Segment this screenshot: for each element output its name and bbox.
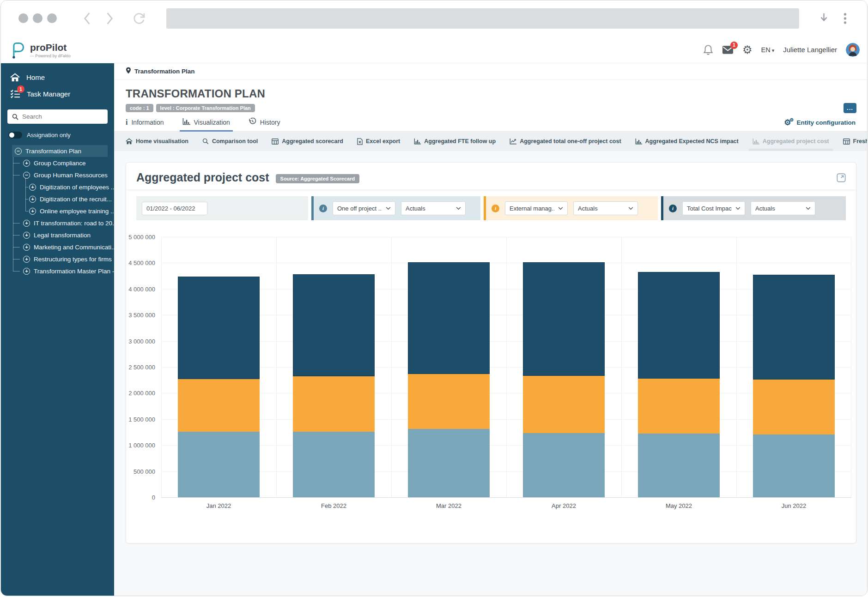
level-badge: level : Corporate Transformation Plan [156,104,255,112]
url-input[interactable] [166,8,799,29]
assignation-toggle-row[interactable]: Assignation only [8,132,107,139]
y-tick-label: 5 000 000 [128,234,155,241]
info-icon[interactable] [319,205,327,212]
tree-item-restructuring-types[interactable]: Restructuring types for firms [1,253,114,265]
subtab-aggregated-project-cost[interactable]: Aggregated project cost [753,132,829,151]
notifications-bell-icon[interactable] [703,44,713,55]
bar-segment [753,275,835,380]
subtab-comparison-tool[interactable]: Comparison tool [202,132,258,151]
y-tick-label: 2 500 000 [128,364,155,371]
bar-segment [178,432,260,497]
language-selector[interactable]: EN [761,46,775,54]
subtab-aggregated-expected-ncs-impact[interactable]: Aggregated Expected NCS impact [635,132,739,151]
subtab-aggregated-scorecard[interactable]: Aggregated scorecard [272,132,343,151]
date-range-input[interactable] [142,202,207,215]
avatar[interactable] [846,43,860,57]
bar-segment [523,376,605,433]
url-bar[interactable] [166,8,799,29]
tree-item-transformation-master-plan[interactable]: Transformation Master Plan -... [1,265,114,277]
expand-icon[interactable] [23,220,30,227]
entity-configuration-button[interactable]: ⚙⚙ Entity configuration [784,119,856,131]
propilot-logo[interactable]: proPilot — Powered by dFakto [9,40,71,61]
messages-icon[interactable]: 1 [722,45,734,54]
subtab-home-visualisation[interactable]: Home visualisation [126,132,188,151]
expand-icon[interactable] [23,232,30,239]
settings-gear-icon[interactable]: ⚙ [742,44,753,55]
window-dot-icon[interactable] [47,13,57,23]
scenario-select[interactable]: Actuals [401,201,466,215]
logo-text: proPilot [30,42,71,53]
x-tick-label: Mar 2022 [391,502,506,509]
info-icon[interactable] [492,205,499,212]
plot-area [161,237,851,497]
tree-item-marketing-and-communication[interactable]: Marketing and Communicati... [1,241,114,253]
metric-select[interactable]: One off project ... [333,201,395,215]
sidebar-search[interactable] [7,109,108,124]
collapse-icon[interactable] [15,148,22,155]
more-actions-button[interactable]: ... [844,103,856,113]
chevron-down-icon [386,207,391,210]
user-name[interactable]: Juliette Langellier [783,46,837,54]
sidebar-item-task-manager[interactable]: 1 Task Manager [1,85,114,102]
tree-item-digitization-of-employees[interactable]: Digitization of employees ... [1,181,114,193]
browser-forward-icon[interactable] [106,12,114,27]
expand-icon[interactable] [23,244,30,251]
tab-visualization[interactable]: Visualization [182,118,230,131]
subtab-excel-export[interactable]: Excel export [357,132,400,151]
chart-icon [182,118,190,127]
bar-segment [753,380,835,434]
sidebar: Home 1 Task Manager Assignation only Tra… [1,63,114,596]
browser-menu-icon[interactable] [844,12,847,26]
page-title: TRANSFORMATION PLAN [126,87,856,100]
bar-segment [293,376,375,432]
bar-apr-2022 [506,237,621,497]
window-dot-icon[interactable] [33,13,42,23]
sidebar-item-home[interactable]: Home [1,69,114,85]
expand-icon[interactable] [29,196,36,203]
gridline-h [161,497,851,498]
breadcrumb-item[interactable]: Transformation Plan [134,68,195,75]
browser-refresh-icon[interactable] [132,12,146,27]
tree-item-legal-transformation[interactable]: Legal transformation [1,229,114,241]
y-tick-label: 3 500 000 [128,312,155,319]
download-icon[interactable] [819,12,828,25]
tree-item-group-human-ressources[interactable]: Group Human Ressources [1,169,114,181]
tree-item-group-compliance[interactable]: Group Compliance [1,157,114,169]
line-chart-icon [510,139,516,145]
expand-icon[interactable] [23,268,30,275]
x-tick-label: May 2022 [621,502,736,509]
metric-select[interactable]: External manag... [505,201,568,215]
subtab-aggregated-fte-follow-up[interactable]: Aggregated FTE follow up [414,132,496,151]
bar-segment [638,272,720,379]
window-controls[interactable] [18,13,57,23]
chevron-down-icon [806,207,811,210]
tab-information[interactable]: Information [126,118,164,131]
browser-chrome [1,0,867,36]
tree-item-online-employee-training[interactable]: Online employee training ... [1,205,114,217]
chevron-down-icon [772,46,775,54]
tree-item-it-transformation[interactable]: IT transformation: road to 20... [1,217,114,229]
browser-back-icon[interactable] [83,12,91,27]
tree-item-digitization-of-the-recruit[interactable]: Digitization of the recruit... [1,193,114,205]
bar-may-2022 [621,237,736,497]
expand-icon[interactable] [23,160,30,167]
metric-select[interactable]: Total Cost Impact [682,201,745,215]
expand-icon[interactable] [837,173,846,182]
subtab-aggregated-total-one-off-project-cost[interactable]: Aggregated total one-off project cost [510,132,621,151]
scenario-select[interactable]: Actuals [573,201,638,215]
search-input[interactable] [22,113,103,120]
assignation-toggle[interactable] [8,132,22,139]
expand-icon[interactable] [29,184,36,191]
scenario-select[interactable]: Actuals [751,201,815,215]
info-icon[interactable] [669,205,677,212]
tree-item-transformation-plan[interactable]: Transformation Plan [1,145,114,157]
window-dot-icon[interactable] [18,13,28,23]
tab-history[interactable]: History [249,118,280,131]
subtab-freshness-of-data-project[interactable]: Freshness of data - Project [843,132,867,151]
x-tick-label: Jan 2022 [161,502,276,509]
expand-icon[interactable] [23,256,30,263]
aggregated-project-cost-panel: Aggregated project cost Source: Aggregat… [126,162,856,543]
assignation-toggle-label: Assignation only [27,132,71,139]
expand-icon[interactable] [29,208,36,215]
collapse-icon[interactable] [23,172,30,179]
